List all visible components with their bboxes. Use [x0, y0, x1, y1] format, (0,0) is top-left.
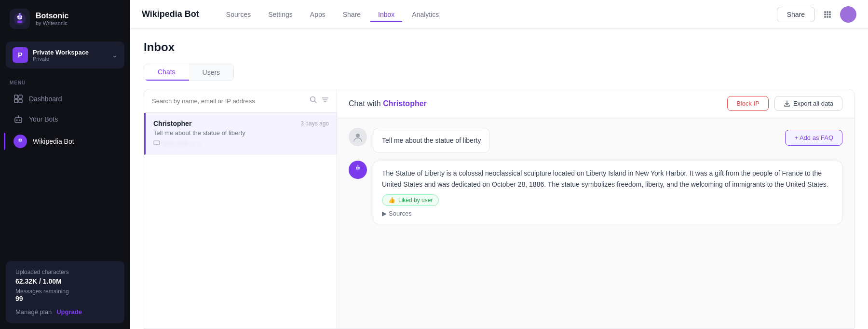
svg-point-3 [17, 16, 19, 18]
wikipedia-bot-avatar [14, 135, 27, 148]
svg-point-20 [827, 11, 828, 13]
apps-grid-icon[interactable] [823, 10, 832, 19]
chat-list: Christopher 3 days ago Tell me about the… [144, 89, 337, 329]
chat-meta: 192.168.1.1 [153, 139, 329, 148]
sidebar-nav: Dashboard Your Bots [0, 88, 130, 154]
workspace-name: Private Workspace [33, 49, 107, 56]
chat-user-name: Christopher [153, 120, 191, 127]
uploaded-chars-label: Uploaded characters [15, 269, 115, 275]
svg-point-35 [356, 134, 360, 137]
sidebar-item-your-bots-label: Your Bots [29, 115, 58, 123]
nav-link-apps[interactable]: Apps [302, 7, 333, 22]
search-input[interactable] [152, 97, 306, 105]
svg-point-40 [357, 165, 359, 166]
bot-message-avatar [349, 161, 367, 179]
app-subtitle: by Writesonic [36, 20, 68, 26]
chat-list-item[interactable]: Christopher 3 days ago Tell me about the… [144, 113, 337, 155]
chat-panel-header: Chat with Christopher Block IP Export al… [337, 89, 854, 118]
svg-rect-2 [17, 21, 23, 23]
user-avatar[interactable] [840, 6, 856, 23]
sidebar-header: Botsonic by Writesonic [0, 0, 130, 38]
nav-link-sources[interactable]: Sources [218, 7, 258, 22]
manage-plan-button[interactable]: Manage plan [15, 308, 52, 315]
svg-point-18 [21, 139, 22, 140]
svg-point-13 [19, 120, 21, 121]
sidebar-item-wikipedia-bot-label: Wikipedia Bot [33, 137, 74, 145]
user-message-bubble: Tell me about the statue of liberty [373, 128, 490, 153]
chat-panel-actions: Block IP Export all data [727, 96, 842, 111]
svg-rect-7 [14, 95, 18, 98]
svg-point-22 [824, 14, 826, 15]
messages-area: Tell me about the statue of liberty + Ad… [337, 118, 854, 329]
app-title-group: Botsonic by Writesonic [36, 12, 68, 26]
app-logo [10, 9, 30, 29]
export-button[interactable]: Export all data [774, 96, 842, 111]
search-bar [144, 89, 337, 113]
svg-rect-37 [355, 171, 360, 174]
user-message-text: Tell me about the statue of liberty [382, 135, 481, 146]
chat-with-name-inline: Christopher [383, 99, 427, 108]
add-as-faq-button[interactable]: + Add as FAQ [785, 130, 842, 146]
sources-toggle[interactable]: ▶ Sources [382, 210, 833, 217]
share-button[interactable]: Share [777, 7, 815, 22]
svg-rect-9 [14, 99, 18, 103]
svg-line-29 [315, 101, 317, 103]
bot-message-bubble: The Statue of Liberty is a colossal neoc… [373, 161, 842, 224]
thumbs-up-icon: 👍 [388, 197, 395, 204]
workspace-selector[interactable]: P Private Workspace Private ⌄ [6, 41, 124, 69]
bot-message-row: The Statue of Liberty is a colossal neoc… [349, 161, 842, 224]
chat-layout: Christopher 3 days ago Tell me about the… [144, 89, 854, 329]
chat-time: 3 days ago [300, 120, 329, 127]
svg-point-15 [18, 138, 22, 142]
filter-icon[interactable] [321, 96, 329, 106]
bot-message-text: The Statue of Liberty is a colossal neoc… [382, 168, 833, 190]
search-icon [310, 96, 317, 106]
nav-link-settings[interactable]: Settings [260, 7, 300, 22]
nav-link-share[interactable]: Share [335, 7, 368, 22]
nav-link-inbox[interactable]: Inbox [370, 7, 402, 22]
workspace-avatar: P [13, 47, 28, 63]
add-faq-action: + Add as FAQ [785, 128, 842, 146]
svg-point-19 [824, 11, 826, 13]
ip-address: 192.168.1.1 [163, 141, 202, 147]
messages-count: 99 [15, 295, 115, 302]
app-name: Botsonic [36, 12, 68, 20]
nav-link-analytics[interactable]: Analytics [404, 7, 447, 22]
svg-point-5 [19, 13, 21, 15]
tab-chats[interactable]: Chats [144, 64, 189, 81]
sidebar-actions: Manage plan Upgrade [15, 308, 115, 315]
svg-point-12 [16, 120, 18, 121]
top-navbar: Wikipedia Bot Sources Settings Apps Shar… [130, 0, 868, 29]
sidebar-item-dashboard[interactable]: Dashboard [4, 89, 126, 109]
sources-label: Sources [389, 210, 412, 217]
messages-label: Messages remaining [15, 288, 115, 295]
inbox-tabs: Chats Users [144, 64, 234, 81]
svg-point-4 [21, 16, 23, 18]
block-ip-button[interactable]: Block IP [727, 96, 769, 111]
chat-item-header: Christopher 3 days ago [153, 120, 329, 127]
chars-count: 62.32K / 1.00M [15, 277, 115, 285]
svg-rect-16 [18, 143, 22, 145]
tab-users[interactable]: Users [189, 64, 234, 81]
upgrade-button[interactable]: Upgrade [56, 308, 82, 315]
svg-point-24 [829, 14, 831, 15]
navbar-right: Share [777, 6, 856, 23]
svg-point-21 [829, 11, 831, 13]
main-content: Wikipedia Bot Sources Settings Apps Shar… [130, 0, 868, 329]
menu-label: MENU [0, 72, 130, 88]
sidebar-item-dashboard-label: Dashboard [29, 95, 62, 103]
page-title: Wikipedia Bot [142, 9, 199, 19]
bot-message-wrapper: The Statue of Liberty is a colossal neoc… [349, 161, 842, 224]
svg-point-17 [19, 139, 20, 140]
bots-icon [14, 114, 23, 124]
sidebar-item-wikipedia-bot[interactable]: Wikipedia Bot [4, 130, 126, 153]
chat-panel: Chat with Christopher Block IP Export al… [337, 89, 854, 329]
svg-rect-8 [19, 95, 22, 98]
chat-preview: Tell me about the statue of liberty [153, 129, 329, 137]
svg-point-39 [358, 167, 360, 169]
workspace-type: Private [33, 56, 107, 62]
chat-with-label: Chat with Christopher [349, 99, 427, 108]
inbox-title: Inbox [144, 41, 854, 54]
sidebar-item-your-bots[interactable]: Your Bots [4, 110, 126, 129]
device-icon [153, 139, 160, 148]
